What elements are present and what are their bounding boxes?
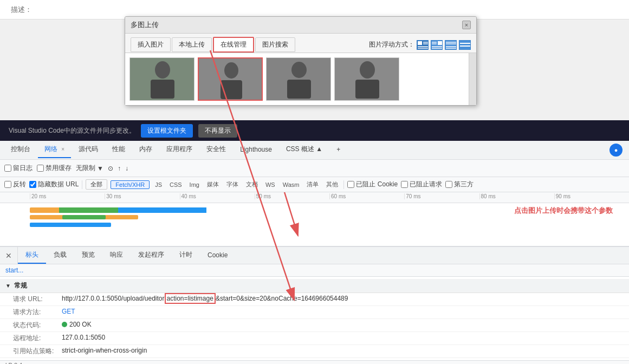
ruler-40ms: 40 ms [180, 193, 255, 199]
image-thumb-4[interactable] [334, 57, 399, 101]
devtools-tab-css[interactable]: CSS 概述 ▲ [280, 141, 329, 158]
hide-dataurls-input[interactable] [29, 181, 36, 188]
status-indicator [62, 322, 67, 327]
remote-addr-row: 远程地址: 127.0.0.1:5050 [0, 332, 629, 345]
filter-js[interactable]: JS [153, 181, 164, 188]
filter-separator-2 [343, 180, 344, 189]
blocked-cookies-checkbox[interactable]: 已阻止 Cookie [347, 180, 398, 189]
modal-tab-online[interactable]: 在线管理 [213, 37, 254, 53]
blocked-requests-checkbox[interactable]: 已阻止请求 [401, 180, 442, 189]
details-close-button[interactable]: ✕ [0, 247, 18, 264]
float-btn-4[interactable] [459, 40, 471, 50]
request-method-row: 请求方法: GET [0, 306, 629, 319]
svg-rect-27 [355, 80, 379, 99]
filter-other[interactable]: 其他 [324, 180, 340, 189]
details-tab-initiator[interactable]: 发起程序 [131, 247, 172, 264]
float-btn-2[interactable] [431, 40, 443, 50]
devtools-tab-plus[interactable]: + [330, 142, 347, 158]
float-label: 图片浮动方式： [369, 40, 471, 50]
image-thumb-3[interactable] [266, 57, 331, 101]
filter-ws[interactable]: WS [263, 181, 277, 188]
filter-wasm[interactable]: Wasm [281, 181, 302, 188]
devtools-tab-network[interactable]: 网络 × [38, 141, 71, 158]
filter-separator-1 [82, 180, 82, 189]
details-tabs: ✕ 标头 负载 预览 响应 发起程序 计时 Cookie [0, 247, 629, 264]
svg-rect-5 [438, 41, 442, 45]
devtools-tab-security[interactable]: 安全性 [200, 141, 232, 158]
request-name: start... [5, 266, 23, 274]
details-tab-preview[interactable]: 预览 [74, 247, 102, 264]
filter-css[interactable]: CSS [167, 181, 184, 188]
svg-point-20 [224, 62, 238, 79]
devtools-tab-lighthouse[interactable]: Lighthouse [234, 142, 278, 158]
filter-font[interactable]: 字体 [224, 180, 241, 189]
preserve-log-input[interactable] [4, 165, 11, 172]
description-label: 描述： [11, 5, 32, 15]
devtools-tab-console[interactable]: 控制台 [4, 141, 37, 158]
network-tab-close[interactable]: × [61, 146, 64, 152]
download-icon-item: ↓ [125, 165, 128, 172]
devtools-tab-performance[interactable]: 性能 [106, 141, 132, 158]
filter-row: 反转 隐藏数据 URL 全部 Fetch/XHR JS CSS Img 媒体 字… [0, 177, 629, 192]
third-party-input[interactable] [445, 181, 452, 188]
ruler-60ms: 60 ms [329, 193, 404, 199]
devtools-main-tabs: 控制台 网络 × 源代码 性能 内存 应用程序 安全性 Lighthouse C… [0, 140, 629, 160]
blocked-requests-input[interactable] [401, 181, 408, 188]
request-method-label: 请求方法: [13, 308, 62, 317]
modal-scrollbar[interactable] [469, 53, 476, 105]
size-info: kB 2.4 [5, 362, 22, 364]
third-party-checkbox[interactable]: 第三方 [445, 180, 474, 189]
devtools-tab-memory[interactable]: 内存 [133, 141, 159, 158]
invert-checkbox[interactable]: 反转 [4, 180, 26, 189]
filter-img[interactable]: Img [187, 181, 202, 188]
details-tab-cookies[interactable]: Cookie [200, 247, 235, 264]
modal-tab-insert[interactable]: 插入图片 [131, 37, 171, 52]
disable-cache-checkbox[interactable]: 禁用缓存 [37, 164, 72, 173]
request-name-bar: start... [0, 264, 629, 277]
modal-close-button[interactable]: × [462, 21, 471, 29]
details-tab-headers[interactable]: 标头 [18, 247, 46, 264]
request-url-value: http://127.0.0.1:5050/upload/ueditoracti… [62, 295, 616, 302]
filter-fetch-xhr[interactable]: Fetch/XHR [111, 180, 150, 189]
details-tab-timing[interactable]: 计时 [172, 247, 200, 264]
general-section-header[interactable]: ▼ 常规 [0, 279, 629, 293]
filter-all[interactable]: 全部 [86, 179, 107, 190]
svg-point-26 [360, 61, 375, 79]
referrer-policy-label: 引用站点策略: [13, 347, 62, 356]
wifi-icon-item: ⊙ [108, 165, 113, 172]
disable-cache-input[interactable] [37, 165, 44, 172]
float-btn-1[interactable] [417, 40, 429, 50]
preserve-log-checkbox[interactable]: 留日志 [4, 164, 33, 173]
url-highlight: action=listimage [165, 293, 216, 304]
request-url-label: 请求 URL: [13, 295, 62, 304]
user-avatar: ● [609, 144, 622, 157]
devtools-tab-application[interactable]: 应用程序 [160, 141, 199, 158]
devtools-tab-sources[interactable]: 源代码 [72, 141, 105, 158]
invert-input[interactable] [4, 181, 11, 188]
filter-doc[interactable]: 文档 [244, 180, 260, 189]
blocked-cookies-input[interactable] [347, 181, 354, 188]
float-btn-3[interactable] [445, 40, 457, 50]
image-thumb-2[interactable] [198, 57, 263, 101]
set-root-folder-button[interactable]: 设置根文件夹 [141, 124, 193, 138]
modal-tab-local[interactable]: 本地上传 [172, 37, 212, 52]
annotation-text: 点击图片上传时会携带这个参数 [514, 206, 613, 216]
filter-manifest[interactable]: 清单 [304, 180, 321, 189]
status-code-value: 200 OK [62, 321, 616, 328]
details-tab-response[interactable]: 响应 [102, 247, 131, 264]
svg-rect-0 [418, 41, 422, 45]
throttle-dropdown-icon: ▼ [97, 165, 103, 172]
request-url-row: 请求 URL: http://127.0.0.1:5050/upload/ued… [0, 293, 629, 306]
image-thumb-1[interactable] [129, 57, 194, 101]
modal-tab-search[interactable]: 图片搜索 [255, 37, 295, 52]
modal-image-grid [125, 53, 469, 105]
dismiss-button[interactable]: 不再显示 [198, 124, 237, 138]
upload-icon: ↑ [118, 165, 121, 172]
request-method-value: GET [62, 308, 616, 315]
hide-dataurls-checkbox[interactable]: 隐藏数据 URL [29, 180, 79, 189]
filter-media[interactable]: 媒体 [205, 180, 221, 189]
throttle-selector[interactable]: 无限制 ▼ [76, 164, 103, 173]
details-tab-payload[interactable]: 负载 [46, 247, 74, 264]
modal-tabs: 插入图片 本地上传 在线管理 图片搜索 图片浮动方式： [125, 34, 476, 53]
wifi-icon: ⊙ [108, 165, 113, 172]
